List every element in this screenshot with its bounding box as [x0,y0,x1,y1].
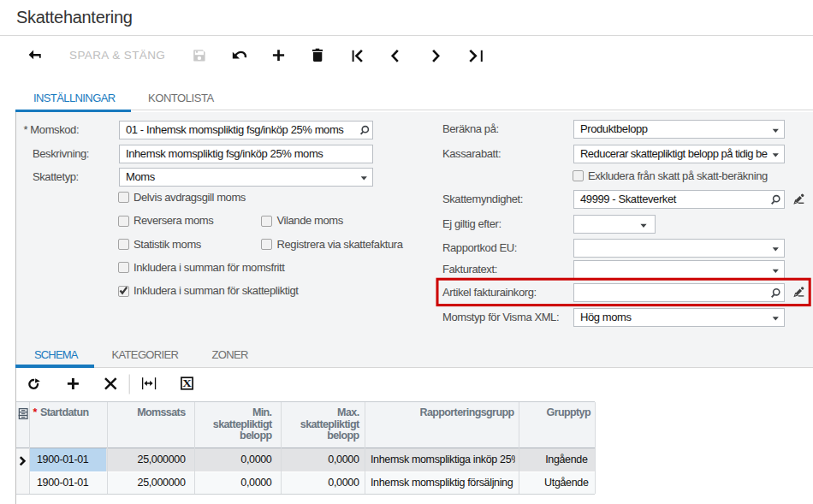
svg-text:X: X [182,377,192,389]
